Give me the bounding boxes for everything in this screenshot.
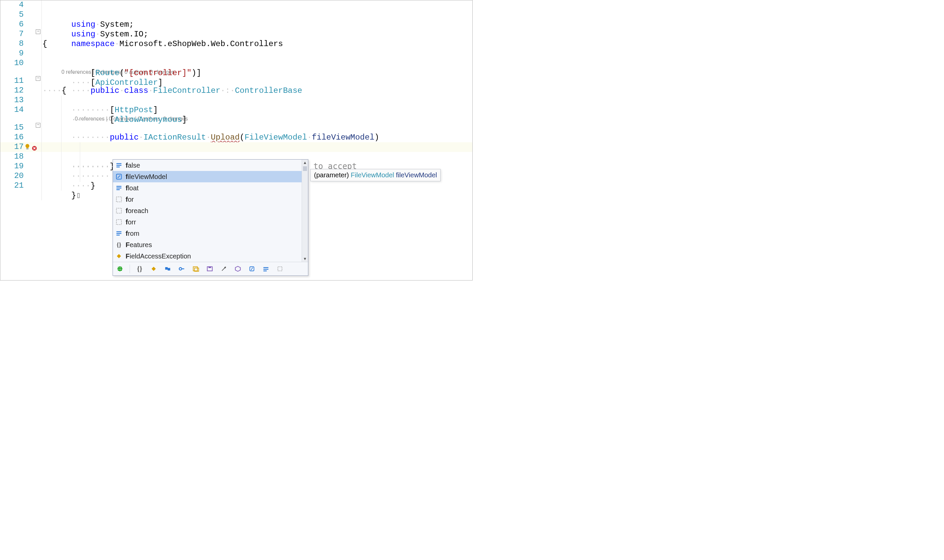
wrench-icon[interactable] [219,265,228,273]
autocomplete-item[interactable]: {}Features [113,239,308,251]
keyword-filter-icon[interactable] [262,265,270,273]
brace-close: } [71,191,76,200]
svg-rect-6 [117,186,122,187]
autocomplete-item[interactable]: fileViewModel [113,171,308,182]
line-12[interactable]: 12 ····{ [0,86,472,95]
line-number: 16 [0,132,26,142]
autocomplete-toolbar[interactable]: {} [113,262,308,275]
method-filter-icon[interactable] [234,265,242,273]
snippet-filter-icon[interactable] [276,265,284,273]
fold-toggle-icon[interactable]: − [36,76,40,81]
svg-point-20 [179,268,182,270]
svg-rect-14 [117,235,120,236]
autocomplete-item[interactable]: from [113,228,308,239]
line-15[interactable]: 15 − ········public·IActionResult·Upload… [0,123,472,132]
autocomplete-item[interactable]: false [113,160,308,171]
autocomplete-label: forr [126,218,136,226]
struct-filter-icon[interactable] [163,265,172,273]
line-number: 17 [0,142,26,151]
line-8[interactable]: 8 { [0,39,472,49]
enum-filter-icon[interactable] [191,265,200,273]
tooltip-name: fileViewModel [396,171,437,178]
svg-rect-29 [263,271,267,271]
line-9[interactable]: 9 ····[Route("[controller]")] [0,49,472,58]
autocomplete-label: from [126,230,139,237]
line-number: 8 [0,39,26,48]
parameter-tooltip: (parameter) FileViewModel fileViewModel [310,169,440,182]
keyword-icon [115,229,123,237]
line-11[interactable]: 11 − ····public·class·FileController·:·C… [0,76,472,86]
svg-rect-25 [208,267,211,268]
fold-margin[interactable]: − [35,123,41,128]
line-number: 7 [0,29,26,38]
param-filter-icon[interactable] [248,265,256,273]
line-number: 18 [0,152,26,161]
line-number: 13 [0,95,26,105]
svg-rect-4 [117,167,120,168]
svg-rect-8 [117,189,120,190]
line-number: 14 [0,105,26,114]
autocomplete-popup[interactable]: falsefileViewModelfloatforforeachforrfro… [112,159,308,276]
line-10[interactable]: 10 ····[ApiController] [0,58,472,68]
lightbulb-icon[interactable] [25,144,31,149]
svg-rect-0 [26,149,29,149]
line-number: 11 [0,76,26,85]
svg-rect-2 [117,163,122,164]
fold-margin[interactable]: − [35,76,41,81]
fold-margin[interactable]: − [35,29,41,34]
fold-toggle-icon[interactable]: − [36,123,40,128]
scroll-down-icon[interactable]: ▼ [302,256,308,262]
brace-open: { [62,86,66,95]
svg-rect-30 [278,267,282,271]
brace-open: { [42,39,47,48]
line-number: 4 [0,0,26,9]
autocomplete-list[interactable]: falsefileViewModelfloatforforeachforrfro… [113,160,308,262]
svg-rect-10 [117,208,122,213]
interface-filter-icon[interactable] [177,265,186,273]
class-filter-icon[interactable] [149,265,158,273]
line-5[interactable]: 5 using·System.IO; [0,10,472,20]
autocomplete-scrollbar[interactable]: ▲▼ [302,160,308,262]
tooltip-kind: (parameter) [314,171,351,178]
snippet-icon [115,195,123,203]
line-13[interactable]: 13 ········[HttpPost] [0,95,472,105]
autocomplete-label: foreach [126,207,148,215]
line-14[interactable]: 14 ········[AllowAnonymous] [0,105,472,115]
autocomplete-item[interactable]: FieldAccessException [113,251,308,262]
svg-rect-18 [165,267,168,270]
error-icon [32,146,37,151]
autocomplete-item[interactable]: foreach [113,205,308,216]
line-16[interactable]: 16 ········{ [0,132,472,142]
line-17-active[interactable]: 17 ············if·(fileViewModel == null… [0,142,472,152]
line-number: 19 [0,162,26,171]
autocomplete-item[interactable]: for [113,194,308,205]
toolbar-divider [129,265,130,273]
snippet-icon [115,218,123,226]
autocomplete-label: fileViewModel [126,173,167,181]
tooltip-type: FileViewModel [351,171,394,178]
line-7[interactable]: 7 − namespace·Microsoft.eShopWeb.Web.Con… [0,29,472,39]
line-number: 6 [0,20,26,29]
autocomplete-label: false [126,162,140,169]
line-number: 21 [0,181,26,190]
autocomplete-item[interactable]: float [113,182,308,194]
line-4[interactable]: 4 using·System; [0,0,472,10]
line-number: 20 [0,171,26,180]
code-editor[interactable]: 4 using·System; 5 using·System.IO; 6 7 −… [0,0,473,280]
delegate-filter-icon[interactable] [205,265,214,273]
scroll-thumb[interactable] [303,166,307,171]
fold-toggle-icon[interactable]: − [36,29,40,34]
svg-rect-9 [117,197,122,202]
svg-rect-3 [117,165,122,166]
snippet-icon [115,207,123,215]
scroll-up-icon[interactable]: ▲ [302,160,308,166]
target-icon[interactable] [115,265,124,273]
braces-icon[interactable]: {} [135,265,144,273]
svg-rect-13 [117,233,122,234]
line-number: 10 [0,58,26,68]
autocomplete-label: float [126,184,139,192]
line-6[interactable]: 6 [0,20,472,29]
autocomplete-item[interactable]: forr [113,216,308,228]
line-number: 12 [0,86,26,95]
line-number: 5 [0,10,26,19]
